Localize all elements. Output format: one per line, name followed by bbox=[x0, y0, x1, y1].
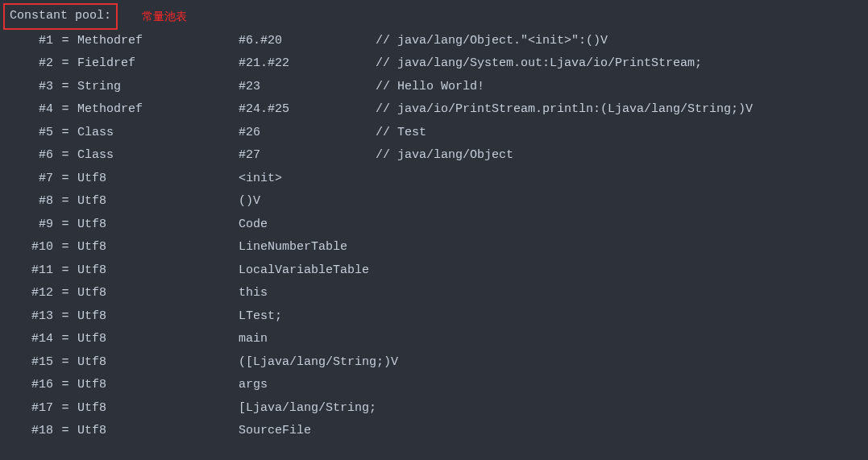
equals-sign: = bbox=[53, 52, 77, 76]
equals-sign: = bbox=[53, 397, 77, 421]
row-kind: Utf8 bbox=[77, 305, 239, 329]
row-comment: // Test bbox=[376, 126, 426, 139]
row-value: Code bbox=[239, 213, 376, 237]
row-index: #7 bbox=[6, 168, 53, 191]
row-value: LTest; bbox=[239, 305, 376, 329]
row-value: LocalVariableTable bbox=[239, 259, 376, 283]
code-block: Constant pool: 常量池表 #1=Methodref#6.#20//… bbox=[0, 0, 868, 443]
constant-pool-row: #8=Utf8()V bbox=[0, 190, 868, 213]
row-comment: // java/lang/Object."<init>":()V bbox=[376, 34, 608, 48]
constant-pool-row: #18=Utf8SourceFile bbox=[0, 420, 868, 443]
equals-sign: = bbox=[53, 168, 77, 191]
row-kind: Utf8 bbox=[77, 213, 239, 237]
row-kind: Utf8 bbox=[77, 282, 239, 305]
constant-pool-row: #1=Methodref#6.#20// java/lang/Object."<… bbox=[0, 30, 868, 53]
row-index: #16 bbox=[6, 374, 53, 397]
header-annotation: 常量池表 bbox=[142, 6, 187, 27]
constant-pool-row: #6=Class#27// java/lang/Object bbox=[0, 144, 868, 168]
constant-pool-row: #17=Utf8[Ljava/lang/String; bbox=[0, 397, 868, 421]
row-kind: Methodref bbox=[77, 98, 239, 122]
row-kind: Utf8 bbox=[77, 236, 239, 259]
constant-pool-row: #13=Utf8LTest; bbox=[0, 305, 868, 329]
row-value: this bbox=[239, 282, 376, 305]
constant-pool-row: #10=Utf8LineNumberTable bbox=[0, 236, 868, 259]
row-kind: Class bbox=[77, 144, 239, 168]
equals-sign: = bbox=[53, 259, 77, 283]
row-value: #23 bbox=[239, 76, 376, 99]
row-kind: Fieldref bbox=[77, 52, 239, 76]
row-value: SourceFile bbox=[239, 420, 376, 443]
equals-sign: = bbox=[53, 122, 77, 145]
header-title: Constant pool: bbox=[3, 3, 118, 30]
row-kind: Utf8 bbox=[77, 351, 239, 375]
row-index: #3 bbox=[6, 76, 53, 99]
row-value: main bbox=[239, 328, 376, 351]
row-index: #18 bbox=[6, 420, 53, 443]
equals-sign: = bbox=[53, 351, 77, 375]
constant-pool-row: #2=Fieldref#21.#22// java/lang/System.ou… bbox=[0, 52, 868, 76]
equals-sign: = bbox=[53, 144, 77, 168]
equals-sign: = bbox=[53, 282, 77, 305]
constant-pool-row: #16=Utf8args bbox=[0, 374, 868, 397]
row-index: #8 bbox=[6, 190, 53, 213]
equals-sign: = bbox=[53, 374, 77, 397]
row-index: #10 bbox=[6, 236, 53, 259]
row-index: #2 bbox=[6, 52, 53, 76]
row-index: #9 bbox=[6, 213, 53, 237]
constant-pool-row: #9=Utf8Code bbox=[0, 213, 868, 237]
constant-pool-row: #14=Utf8main bbox=[0, 328, 868, 351]
row-index: #15 bbox=[6, 351, 53, 375]
row-index: #17 bbox=[6, 397, 53, 421]
equals-sign: = bbox=[53, 328, 77, 351]
equals-sign: = bbox=[53, 236, 77, 259]
equals-sign: = bbox=[53, 76, 77, 99]
equals-sign: = bbox=[53, 305, 77, 329]
equals-sign: = bbox=[53, 213, 77, 237]
constant-pool-row: #4=Methodref#24.#25// java/io/PrintStrea… bbox=[0, 98, 868, 122]
row-kind: Utf8 bbox=[77, 259, 239, 283]
row-index: #4 bbox=[6, 98, 53, 122]
row-kind: Methodref bbox=[77, 30, 239, 53]
equals-sign: = bbox=[53, 190, 77, 213]
row-value: #27 bbox=[239, 144, 376, 168]
row-comment: // Hello World! bbox=[376, 80, 484, 93]
row-index: #1 bbox=[6, 30, 53, 53]
row-value: [Ljava/lang/String; bbox=[239, 397, 376, 421]
row-index: #13 bbox=[6, 305, 53, 329]
equals-sign: = bbox=[53, 30, 77, 53]
constant-pool-row: #3=String#23// Hello World! bbox=[0, 76, 868, 99]
row-index: #12 bbox=[6, 282, 53, 305]
constant-pool-row: #7=Utf8<init> bbox=[0, 168, 868, 191]
row-kind: Class bbox=[77, 122, 239, 145]
row-value: args bbox=[239, 374, 376, 397]
equals-sign: = bbox=[53, 98, 77, 122]
row-index: #14 bbox=[6, 328, 53, 351]
row-value: ([Ljava/lang/String;)V bbox=[239, 351, 376, 375]
header-row: Constant pool: 常量池表 bbox=[0, 3, 868, 30]
row-index: #11 bbox=[6, 259, 53, 283]
row-value: #6.#20 bbox=[239, 30, 376, 53]
row-index: #5 bbox=[6, 122, 53, 145]
row-kind: Utf8 bbox=[77, 168, 239, 191]
constant-pool-row: #5=Class#26// Test bbox=[0, 122, 868, 145]
row-comment: // java/io/PrintStream.println:(Ljava/la… bbox=[376, 102, 753, 116]
row-value: ()V bbox=[239, 190, 376, 213]
row-value: #21.#22 bbox=[239, 52, 376, 76]
row-kind: Utf8 bbox=[77, 374, 239, 397]
row-kind: Utf8 bbox=[77, 420, 239, 443]
row-value: #24.#25 bbox=[239, 98, 376, 122]
row-comment: // java/lang/Object bbox=[376, 148, 513, 162]
row-value: #26 bbox=[239, 122, 376, 145]
constant-pool-row: #12=Utf8this bbox=[0, 282, 868, 305]
row-value: <init> bbox=[239, 168, 376, 191]
row-kind: Utf8 bbox=[77, 190, 239, 213]
constant-pool-row: #11=Utf8LocalVariableTable bbox=[0, 259, 868, 283]
row-kind: String bbox=[77, 76, 239, 99]
row-index: #6 bbox=[6, 144, 53, 168]
row-kind: Utf8 bbox=[77, 328, 239, 351]
row-value: LineNumberTable bbox=[239, 236, 376, 259]
rows-container: #1=Methodref#6.#20// java/lang/Object."<… bbox=[0, 30, 868, 443]
row-comment: // java/lang/System.out:Ljava/io/PrintSt… bbox=[376, 56, 702, 70]
equals-sign: = bbox=[53, 420, 77, 443]
row-kind: Utf8 bbox=[77, 397, 239, 421]
